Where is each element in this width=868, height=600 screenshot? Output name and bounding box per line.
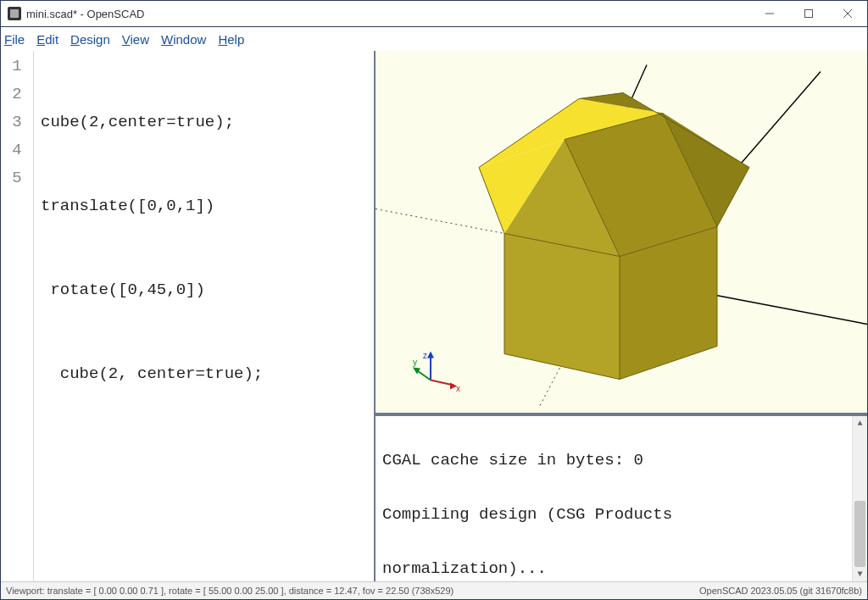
titlebar[interactable]: mini.scad* - OpenSCAD bbox=[1, 1, 867, 27]
console-line: CGAL cache size in bytes: 0 bbox=[382, 447, 847, 474]
app-window: mini.scad* - OpenSCAD File Edit Design V… bbox=[0, 0, 868, 600]
window-title: mini.scad* - OpenSCAD bbox=[26, 8, 144, 20]
scroll-down-icon[interactable]: ▼ bbox=[853, 567, 867, 581]
axis-z-label: z bbox=[423, 351, 427, 360]
line-number: 4 bbox=[1, 136, 33, 164]
status-right: OpenSCAD 2023.05.05 (git 31670fc8b) bbox=[699, 586, 862, 596]
svg-marker-34 bbox=[427, 352, 434, 358]
menu-window[interactable]: Window bbox=[161, 32, 206, 47]
svg-rect-1 bbox=[805, 10, 813, 18]
svg-line-37 bbox=[431, 381, 453, 386]
code-line: translate([0,0,1]) bbox=[41, 192, 369, 220]
line-number: 1 bbox=[1, 53, 33, 81]
line-number: 3 bbox=[1, 108, 33, 136]
scroll-up-icon[interactable]: ▲ bbox=[853, 416, 867, 431]
code-line: cube(2,center=true); bbox=[41, 108, 369, 136]
menu-file[interactable]: File bbox=[4, 32, 25, 47]
scroll-thumb[interactable] bbox=[854, 501, 865, 567]
console-scrollbar[interactable]: ▲ ▼ bbox=[852, 416, 867, 581]
console-panel: CGAL cache size in bytes: 0 Compiling de… bbox=[376, 416, 867, 581]
editor-code[interactable]: cube(2,center=true); translate([0,0,1]) … bbox=[34, 51, 374, 581]
console-line: normalization)... bbox=[382, 555, 847, 581]
line-number: 5 bbox=[1, 164, 33, 192]
app-icon bbox=[8, 7, 21, 20]
console-output[interactable]: CGAL cache size in bytes: 0 Compiling de… bbox=[376, 416, 852, 581]
menu-view[interactable]: View bbox=[122, 32, 149, 47]
close-button[interactable] bbox=[828, 1, 867, 26]
axis-x-label: x bbox=[456, 384, 460, 393]
console-line: Compiling design (CSG Products bbox=[382, 501, 847, 528]
menu-help[interactable]: Help bbox=[218, 32, 244, 47]
3d-viewport[interactable]: z y x bbox=[376, 51, 867, 413]
menubar: File Edit Design View Window Help bbox=[1, 27, 867, 51]
code-line: cube(2, center=true); bbox=[41, 360, 369, 388]
editor-gutter: 1 2 3 4 5 bbox=[1, 51, 34, 581]
axis-gizmo: z y x bbox=[413, 351, 460, 393]
maximize-button[interactable] bbox=[789, 1, 828, 26]
code-line: rotate([0,45,0]) bbox=[41, 276, 369, 304]
menu-design[interactable]: Design bbox=[70, 32, 110, 47]
workarea: 1 2 3 4 5 cube(2,center=true); translate… bbox=[1, 51, 867, 581]
code-editor[interactable]: 1 2 3 4 5 cube(2,center=true); translate… bbox=[1, 51, 376, 581]
statusbar: Viewport: translate = [ 0.00 0.00 0.71 ]… bbox=[1, 581, 867, 599]
svg-line-4 bbox=[376, 209, 504, 234]
status-left: Viewport: translate = [ 0.00 0.00 0.71 ]… bbox=[6, 586, 453, 596]
svg-line-7 bbox=[716, 296, 867, 325]
minimize-button[interactable] bbox=[750, 1, 789, 26]
line-number: 2 bbox=[1, 81, 33, 108]
window-buttons bbox=[750, 1, 867, 26]
3d-scene: z y x bbox=[376, 51, 867, 413]
menu-edit[interactable]: Edit bbox=[36, 32, 58, 47]
right-column: z y x CGAL cache size in bytes: 0 Compil… bbox=[376, 51, 867, 581]
axis-y-label: y bbox=[413, 358, 417, 367]
